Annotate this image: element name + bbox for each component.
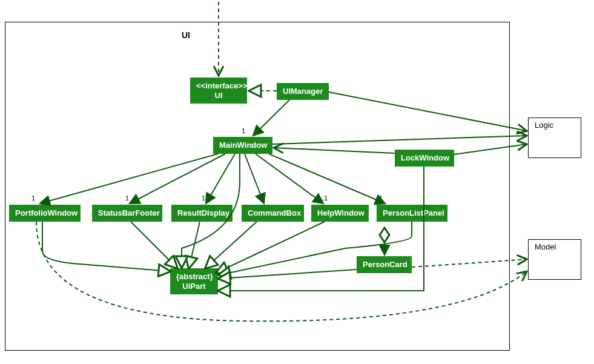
model-label: Model [535,242,556,251]
stereotype: <<interface>> [196,81,241,91]
class-person-card: PersonCard [357,256,412,273]
model-box: Model [528,239,581,280]
class-name: UiPart [176,282,212,291]
mult-person-list-panel: 1 [379,194,383,202]
mult-help-window: 0..1 [317,194,328,202]
class-name: UI [196,91,241,101]
logic-box: Logic [528,117,581,158]
class-main-window: MainWindow [213,137,272,154]
mult-person-card: * [385,243,388,250]
logic-label: Logic [535,121,553,130]
mult-status-bar-footer: 1 [125,194,129,202]
stereotype: {abstract} [176,272,212,282]
class-ui-part: {abstract} UiPart [170,268,218,294]
mult-command-box: 1 [260,194,263,202]
class-command-box: CommandBox [242,205,304,222]
class-status-bar-footer: StatusBarFooter [92,205,162,222]
mult-result-display: 1 [202,194,205,202]
class-person-list-panel: PersonListPanel [377,205,447,222]
class-result-display: ResultDisplay [171,205,233,222]
mult-main-window: 1 [242,127,245,134]
class-help-window: HelpWindow [311,205,369,222]
class-lock-window: LockWindow [395,150,454,167]
class-ui-interface: <<interface>> UI [190,78,247,104]
ui-package-frame [5,22,510,351]
class-portfolio-window: PortfolioWindow [9,205,81,222]
mult-portfolio-window: 1 [31,194,35,202]
ui-package-label: UI [182,30,190,40]
class-ui-manager: UIManager [277,83,329,100]
